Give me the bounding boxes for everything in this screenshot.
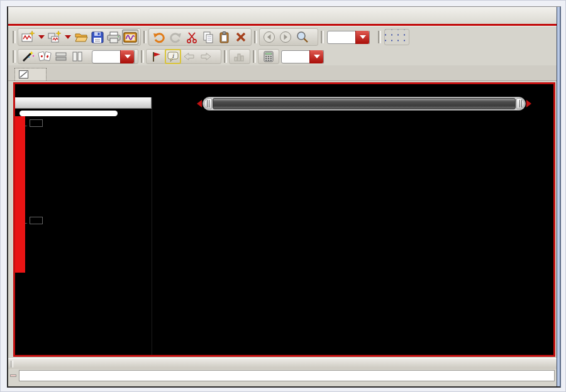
style-combo[interactable] bbox=[281, 50, 324, 63]
family-combo-button[interactable] bbox=[355, 31, 369, 44]
menu-file[interactable] bbox=[17, 15, 27, 18]
trace-name-header[interactable] bbox=[15, 97, 152, 109]
bottom-plot-canvas[interactable] bbox=[180, 220, 555, 321]
open-button[interactable] bbox=[73, 30, 89, 45]
prev-label-button[interactable] bbox=[181, 49, 197, 64]
toolbar-grip[interactable] bbox=[13, 31, 16, 43]
calculator-icon bbox=[263, 51, 274, 62]
copy-button[interactable] bbox=[200, 30, 216, 45]
waveform-clipboard-button[interactable] bbox=[122, 30, 138, 45]
menu-window[interactable] bbox=[108, 15, 118, 18]
toolbar-group-edit bbox=[148, 28, 252, 46]
graph-tab-icon bbox=[19, 70, 28, 79]
toolbar-main bbox=[8, 26, 560, 48]
window-edge-stripe bbox=[557, 7, 560, 386]
waveform-clipboard-icon bbox=[123, 31, 137, 43]
wizard-button[interactable] bbox=[20, 49, 36, 64]
tab-oscillator-ckt[interactable] bbox=[14, 68, 47, 80]
back-button[interactable] bbox=[262, 30, 278, 45]
scrollbar-track[interactable] bbox=[213, 98, 516, 109]
magnifier-icon bbox=[296, 31, 309, 43]
status-message bbox=[19, 370, 555, 381]
app-window: i bbox=[7, 6, 561, 388]
trace-swatch-phase[interactable] bbox=[30, 119, 43, 127]
menu-help[interactable] bbox=[128, 15, 138, 18]
menu-bar bbox=[8, 7, 560, 24]
style-combo-button[interactable] bbox=[309, 50, 323, 63]
paste-clipboard-icon bbox=[219, 31, 230, 43]
split-horizontal-button[interactable] bbox=[53, 49, 69, 64]
info-balloon-icon: i bbox=[167, 51, 179, 62]
menu-graph[interactable] bbox=[47, 15, 57, 18]
toolbar-group-calc bbox=[258, 49, 279, 64]
menu-axis[interactable] bbox=[57, 15, 67, 18]
highlight-annotation-rect bbox=[15, 116, 25, 273]
menu-view[interactable] bbox=[37, 15, 47, 18]
undo-button[interactable] bbox=[151, 30, 167, 45]
delete-button[interactable] bbox=[233, 30, 249, 45]
paste-button[interactable] bbox=[216, 30, 233, 45]
new-window-dropdown-arrow[interactable] bbox=[38, 35, 45, 39]
toolbar-dock-area bbox=[384, 29, 409, 45]
new-subwindow-button[interactable] bbox=[47, 30, 63, 45]
toolbar-grip[interactable] bbox=[254, 31, 257, 43]
calculator-button[interactable] bbox=[260, 49, 277, 64]
cut-button[interactable] bbox=[184, 30, 200, 45]
menu-trace[interactable] bbox=[67, 15, 77, 18]
chevron-down-icon bbox=[314, 55, 320, 58]
new-window-icon bbox=[21, 31, 35, 43]
undo-icon bbox=[153, 31, 165, 43]
arrow-right-icon bbox=[199, 52, 213, 62]
toolbar-grip[interactable] bbox=[253, 50, 256, 63]
forward-button[interactable] bbox=[278, 30, 294, 45]
trace-panel-slider[interactable] bbox=[19, 111, 118, 116]
menu-browser[interactable] bbox=[118, 15, 128, 18]
print-button[interactable] bbox=[106, 30, 122, 45]
label-balloon-button[interactable]: i bbox=[165, 49, 181, 64]
new-subwindow-dropdown-arrow[interactable] bbox=[65, 35, 71, 39]
histogram-button[interactable] bbox=[231, 49, 248, 64]
menu-edit[interactable] bbox=[27, 15, 37, 18]
scrollbar-body[interactable] bbox=[203, 97, 526, 111]
menu-tools[interactable] bbox=[97, 15, 108, 18]
new-subwindow-icon bbox=[48, 31, 62, 43]
redo-button[interactable] bbox=[167, 30, 184, 45]
scroll-left-icon[interactable] bbox=[197, 100, 202, 107]
split-vertical-icon bbox=[71, 51, 84, 62]
toolbar-grip[interactable] bbox=[321, 31, 324, 43]
redo-icon bbox=[169, 31, 182, 43]
toolbar-grip[interactable] bbox=[143, 31, 147, 43]
zoom-fit-button[interactable] bbox=[294, 30, 311, 45]
new-window-button[interactable] bbox=[20, 30, 36, 45]
subwindows-combo[interactable] bbox=[92, 50, 135, 63]
toolbar-grip[interactable] bbox=[224, 50, 227, 63]
grip-icon bbox=[207, 100, 209, 107]
screen: i bbox=[0, 0, 566, 392]
forward-icon bbox=[279, 31, 293, 43]
toolbar-grip[interactable] bbox=[13, 50, 16, 63]
toolbar-grip[interactable] bbox=[378, 31, 381, 43]
graph-window[interactable] bbox=[13, 82, 555, 357]
delete-x-icon bbox=[235, 31, 247, 43]
panel-splitter[interactable] bbox=[152, 97, 152, 355]
scrollbar-right-handle[interactable] bbox=[516, 98, 524, 109]
next-label-button[interactable] bbox=[197, 49, 214, 64]
trace-swatch-db20[interactable] bbox=[30, 217, 43, 224]
split-vertical-button[interactable] bbox=[69, 49, 86, 64]
scrollbar-left-handle[interactable] bbox=[204, 98, 212, 109]
toolbar-group-file bbox=[18, 28, 141, 46]
subwindows-combo-button[interactable] bbox=[120, 50, 134, 63]
top-plot-canvas[interactable] bbox=[180, 116, 555, 214]
flag-button[interactable] bbox=[148, 49, 165, 64]
save-button[interactable] bbox=[89, 30, 106, 45]
menu-marker[interactable] bbox=[77, 15, 87, 18]
grip-icon bbox=[519, 100, 522, 107]
family-combo[interactable] bbox=[327, 31, 370, 44]
tab-bar bbox=[8, 65, 560, 81]
plot-horizontal-scrollbar[interactable] bbox=[197, 96, 531, 111]
eye-diagram-button[interactable] bbox=[36, 49, 53, 64]
scroll-right-icon[interactable] bbox=[526, 100, 531, 107]
menu-measurements[interactable] bbox=[87, 15, 97, 18]
magic-wand-icon bbox=[21, 50, 35, 63]
toolbar-grip[interactable] bbox=[141, 50, 144, 63]
